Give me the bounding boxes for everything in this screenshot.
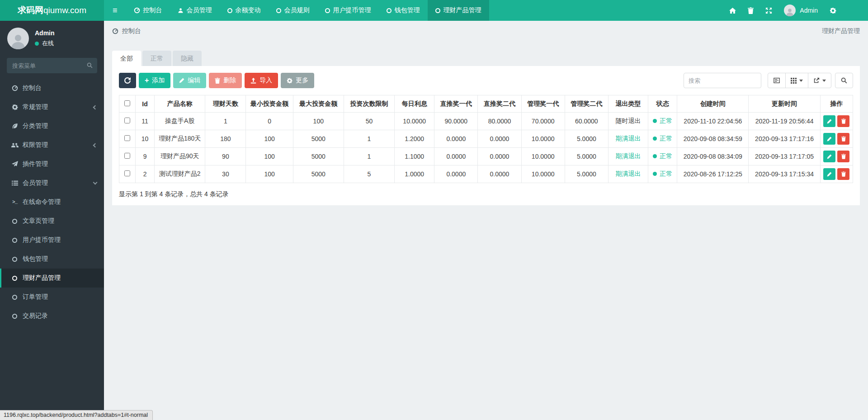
row-delete-button[interactable] [837, 168, 849, 180]
row-delete-button[interactable] [837, 115, 849, 127]
col-status[interactable]: 状态 [648, 95, 677, 113]
row-edit-button[interactable] [823, 168, 835, 180]
exit-type-text: 随时退出 [616, 117, 641, 124]
cell-direct2: 0.0000 [478, 165, 521, 183]
export-button[interactable] [808, 73, 831, 88]
row-delete-button[interactable] [837, 133, 849, 145]
row-checkbox[interactable] [124, 153, 130, 159]
sidebar-item-orders[interactable]: 订单管理 [0, 288, 104, 307]
tab-all[interactable]: 全部 [112, 51, 141, 66]
sidebar-item-financial-products[interactable]: 理财产品管理 [0, 269, 104, 288]
refresh-button[interactable] [119, 73, 136, 88]
col-times-limit[interactable]: 投资次数限制 [344, 95, 394, 113]
sidebar-item-transactions[interactable]: 交易记录 [0, 307, 104, 326]
col-daily-interest[interactable]: 每日利息 [395, 95, 434, 113]
import-button[interactable]: 导入 [245, 73, 278, 88]
edit-button[interactable]: 编辑 [173, 73, 206, 88]
sidebar-item-label: 在线命令管理 [23, 198, 61, 206]
avatar [7, 28, 29, 49]
more-button-label: 更多 [296, 76, 308, 85]
sidebar-item-members[interactable]: 会员管理 [0, 174, 104, 193]
row-edit-button[interactable] [823, 133, 835, 145]
col-updated[interactable]: 更新时间 [749, 95, 820, 113]
col-manage2[interactable]: 管理奖二代 [565, 95, 608, 113]
sidebar-item-wallet[interactable]: 钱包管理 [0, 250, 104, 269]
home-icon[interactable] [729, 7, 736, 14]
nav-item-members[interactable]: 会员管理 [170, 0, 220, 21]
sidebar-item-category[interactable]: 分类管理 [0, 117, 104, 136]
cell-operations [820, 113, 853, 130]
col-manage1[interactable]: 管理奖一代 [521, 95, 565, 113]
col-direct1[interactable]: 直推奖一代 [434, 95, 478, 113]
circle-icon [11, 238, 19, 243]
status-text: 正常 [660, 170, 672, 177]
more-button[interactable]: 更多 [281, 73, 314, 88]
col-operations: 操作 [820, 95, 853, 113]
columns-button[interactable] [785, 73, 808, 88]
pencil-icon [179, 78, 184, 83]
cell-id: 2 [136, 165, 155, 183]
nav-item-wallets[interactable]: 钱包管理 [379, 0, 428, 21]
col-days[interactable]: 理财天数 [205, 95, 246, 113]
nav-item-balance-changes[interactable]: 余额变动 [220, 0, 269, 21]
sidebar-item-dashboard[interactable]: 控制台 [0, 79, 104, 98]
cell-operations [820, 165, 853, 183]
sidebar-toggle-button[interactable]: ≡ [104, 0, 126, 21]
col-product-name[interactable]: 产品名称 [155, 95, 205, 113]
sidebar-item-user-withdraw[interactable]: 用户提币管理 [0, 231, 104, 250]
cell-direct1: 0.0000 [434, 130, 478, 148]
cell-manage1: 10.0000 [521, 148, 565, 165]
col-id[interactable]: Id [136, 95, 155, 113]
fullscreen-icon[interactable] [765, 7, 772, 14]
detail-view-button[interactable] [768, 73, 786, 88]
delete-button[interactable]: 删除 [209, 73, 242, 88]
cell-product-name: 测试理财产品2 [155, 165, 205, 183]
cell-daily-interest: 10.0000 [395, 113, 434, 130]
row-delete-button[interactable] [837, 151, 849, 162]
cell-checkbox [119, 148, 136, 165]
add-button[interactable]: +添加 [139, 73, 170, 88]
sidebar-item-addons[interactable]: 插件管理 [0, 155, 104, 174]
row-edit-button[interactable] [823, 115, 835, 127]
trash-icon[interactable] [748, 7, 754, 14]
chevron-left-icon [93, 143, 98, 147]
sidebar-item-label: 订单管理 [23, 293, 48, 301]
brand-bold: 求码网 [18, 5, 43, 16]
nav-item-label: 会员管理 [187, 6, 212, 14]
row-checkbox[interactable] [124, 118, 130, 123]
table-search-input[interactable] [684, 73, 761, 88]
search-submit-button[interactable] [835, 73, 853, 88]
cell-exit-type: 期满退出 [608, 130, 648, 148]
sidebar-item-online-command[interactable]: >_ 在线命令管理 [0, 193, 104, 212]
col-max-invest[interactable]: 最大投资金额 [293, 95, 344, 113]
brand-logo[interactable]: 求码网qiumw.com [0, 0, 104, 21]
col-created[interactable]: 创建时间 [677, 95, 749, 113]
cell-max-invest: 5000 [293, 165, 344, 183]
sidebar-item-general[interactable]: 常规管理 [0, 98, 104, 117]
sidebar-item-article-page[interactable]: 文章页管理 [0, 212, 104, 231]
row-checkbox[interactable] [124, 135, 130, 141]
search-icon[interactable] [87, 62, 93, 68]
col-direct2[interactable]: 直推奖二代 [478, 95, 521, 113]
col-exit-type[interactable]: 退出类型 [608, 95, 648, 113]
nav-item-withdrawals[interactable]: 用户提币管理 [317, 0, 379, 21]
cogs-icon[interactable] [830, 7, 836, 14]
sidebar-search-input[interactable] [7, 58, 97, 73]
nav-item-member-rules[interactable]: 会员规则 [269, 0, 317, 21]
nav-item-financial-products[interactable]: 理财产品管理 [428, 0, 489, 21]
user-menu[interactable]: Admin [784, 5, 818, 16]
nav-item-dashboard[interactable]: 控制台 [126, 0, 170, 21]
sidebar-item-auth[interactable]: 权限管理 [0, 136, 104, 155]
cell-product-name: 理财产品180天 [155, 130, 205, 148]
select-all-checkbox[interactable] [124, 100, 130, 106]
breadcrumb-left[interactable]: 控制台 [112, 27, 141, 35]
tab-normal[interactable]: 正常 [142, 51, 171, 66]
cell-status: 正常 [648, 113, 677, 130]
exit-type-text: 期满退出 [616, 152, 641, 160]
navbar-menu: ≡ 控制台 会员管理 余额变动 会员规则 用户提币管理 钱包管理 理财产品管理 [104, 0, 489, 21]
row-edit-button[interactable] [823, 151, 835, 162]
tab-hidden[interactable]: 隐藏 [173, 51, 202, 66]
col-min-invest[interactable]: 最小投资金额 [246, 95, 293, 113]
cell-days: 30 [205, 165, 246, 183]
row-checkbox[interactable] [124, 170, 130, 176]
